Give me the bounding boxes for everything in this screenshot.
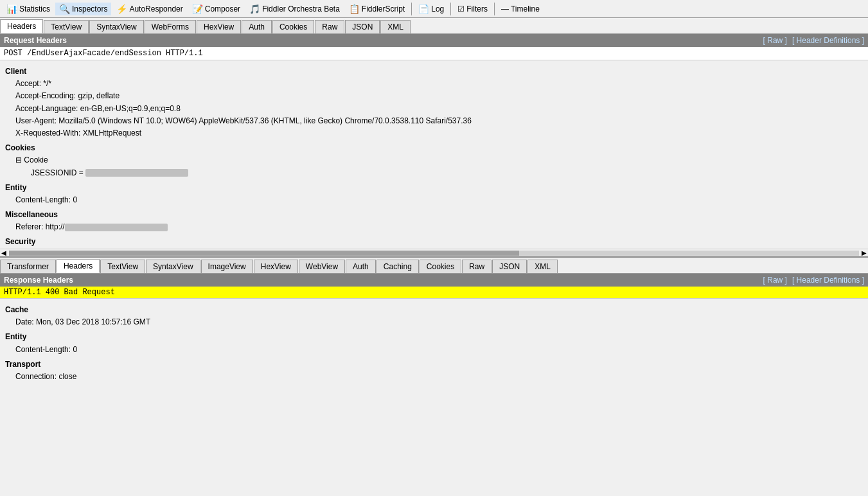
toolbar-fiddler-orchestra[interactable]: 🎵 Fiddler Orchestra Beta [245, 3, 344, 15]
inspectors-icon: 🔍 [59, 4, 70, 14]
tab-request-textview[interactable]: TextView [44, 20, 89, 33]
log-icon: 📄 [418, 4, 429, 14]
tab-request-xml[interactable]: XML [380, 20, 411, 33]
response-headers-content: Cache Date: Mon, 03 Dec 2018 10:57:16 GM… [0, 299, 868, 496]
scroll-right-arrow[interactable]: ▶ [860, 249, 868, 256]
tab-response-xml[interactable]: XML [527, 260, 558, 273]
toolbar-log[interactable]: 📄 Log [414, 3, 448, 15]
resp-header-connection: Connection: close [5, 371, 863, 383]
filters-checkbox-icon: ☑ [457, 4, 465, 13]
request-headers-content: Client Accept: */* Accept-Encoding: gzip… [0, 60, 868, 249]
request-url-bar: POST /EndUserAjaxFacade/endSession HTTP/… [0, 47, 868, 60]
request-header-definitions-link[interactable]: [ Header Definitions ] [792, 36, 864, 45]
group-miscellaneous: Miscellaneous [5, 209, 863, 221]
toolbar-composer[interactable]: 📝 Composer [188, 3, 244, 15]
request-panel: Headers TextView SyntaxView WebForms Hex… [0, 18, 868, 256]
resp-header-date: Date: Mon, 03 Dec 2018 10:57:16 GMT [5, 316, 863, 328]
request-header-links: [ Raw ] [ Header Definitions ] [763, 36, 864, 45]
tab-response-textview[interactable]: TextView [100, 260, 145, 273]
response-header-definitions-link[interactable]: [ Header Definitions ] [792, 276, 864, 285]
response-status-bar: HTTP/1.1 400 Bad Request [0, 287, 868, 299]
tab-response-caching[interactable]: Caching [376, 260, 419, 273]
group-client: Client [5, 66, 863, 78]
tab-response-cookies[interactable]: Cookies [420, 260, 461, 273]
tab-request-cookies[interactable]: Cookies [272, 20, 314, 33]
tab-request-auth[interactable]: Auth [242, 20, 272, 33]
tab-response-transformer[interactable]: Transformer [0, 260, 56, 273]
panels-container: Headers TextView SyntaxView WebForms Hex… [0, 18, 868, 496]
group-cookies: Cookies [5, 142, 863, 154]
request-tab-bar: Headers TextView SyntaxView WebForms Hex… [0, 18, 868, 34]
response-line: HTTP/1.1 400 Bad Request [4, 288, 115, 297]
tab-response-webview[interactable]: WebView [299, 260, 345, 273]
header-content-length: Content-Length: 0 [5, 194, 863, 206]
tab-response-auth[interactable]: Auth [346, 260, 376, 273]
resp-group-entity: Entity [5, 331, 863, 343]
toolbar-statistics[interactable]: 📊 Statistics [3, 3, 54, 15]
resp-group-cache: Cache [5, 304, 863, 316]
tab-response-headers[interactable]: Headers [57, 259, 100, 273]
tab-response-hexview[interactable]: HexView [254, 260, 298, 273]
resp-group-transport: Transport [5, 359, 863, 371]
toolbar-autoresponder[interactable]: ⚡ AutoResponder [112, 3, 186, 15]
toolbar-separator-2 [450, 3, 451, 15]
request-section-header: Request Headers [ Raw ] [ Header Definit… [0, 34, 868, 47]
header-referer: Referer: http:// [5, 221, 863, 233]
request-raw-link[interactable]: [ Raw ] [763, 36, 787, 45]
response-header-links: [ Raw ] [ Header Definitions ] [763, 276, 864, 285]
header-x-requested-with: X-Requested-With: XMLHttpRequest [5, 127, 863, 139]
statistics-icon: 📊 [6, 4, 17, 14]
header-accept: Accept: */* [5, 78, 863, 90]
header-user-agent: User-Agent: Mozilla/5.0 (Windows NT 10.0… [5, 115, 863, 127]
group-security: Security [5, 236, 863, 248]
toolbar-timeline[interactable]: — Timeline [497, 3, 544, 15]
tab-request-hexview[interactable]: HexView [197, 20, 241, 33]
tab-request-headers[interactable]: Headers [0, 19, 43, 33]
response-tab-bar: Transformer Headers TextView SyntaxView … [0, 258, 868, 274]
resp-header-content-length: Content-Length: 0 [5, 344, 863, 356]
toolbar: 📊 Statistics 🔍 Inspectors ⚡ AutoResponde… [0, 0, 868, 18]
toolbar-separator-3 [494, 3, 495, 15]
header-jsessionid: JSESSIONID = [5, 167, 863, 179]
response-section-header: Response Headers [ Raw ] [ Header Defini… [0, 274, 868, 287]
tab-request-syntaxview[interactable]: SyntaxView [89, 20, 143, 33]
tab-request-webforms[interactable]: WebForms [145, 20, 196, 33]
toolbar-separator-1 [411, 3, 412, 15]
main-container: 📊 Statistics 🔍 Inspectors ⚡ AutoResponde… [0, 0, 868, 496]
autoresponder-icon: ⚡ [116, 4, 127, 14]
scrollbar-thumb[interactable] [9, 251, 519, 256]
header-accept-language: Accept-Language: en-GB,en-US;q=0.9,en;q=… [5, 103, 863, 115]
tab-response-json[interactable]: JSON [492, 260, 527, 273]
scroll-left-arrow[interactable]: ◀ [0, 249, 8, 256]
header-cookie-group: ⊟ Cookie [5, 154, 863, 166]
request-section-title: Request Headers [4, 36, 67, 45]
response-section-title: Response Headers [4, 276, 73, 285]
toolbar-fiddlerscript[interactable]: 📋 FiddlerScript [345, 3, 409, 15]
tab-response-syntaxview[interactable]: SyntaxView [146, 260, 200, 273]
response-raw-link[interactable]: [ Raw ] [763, 276, 787, 285]
composer-icon: 📝 [192, 4, 203, 14]
header-accept-encoding: Accept-Encoding: gzip, deflate [5, 90, 863, 102]
request-line: POST /EndUserAjaxFacade/endSession HTTP/… [4, 49, 203, 58]
fiddlerscript-icon: 📋 [349, 4, 360, 14]
timeline-icon: — [501, 4, 509, 13]
group-entity: Entity [5, 182, 863, 194]
fiddler-orchestra-icon: 🎵 [249, 4, 260, 14]
tab-response-imageview[interactable]: ImageView [201, 260, 253, 273]
scrollbar-track[interactable] [9, 251, 859, 256]
request-scrollbar[interactable]: ◀ ▶ [0, 249, 868, 256]
referer-value [65, 224, 168, 231]
toolbar-filters[interactable]: ☑ Filters [454, 3, 492, 15]
tab-response-raw[interactable]: Raw [462, 260, 492, 273]
tab-request-json[interactable]: JSON [345, 20, 380, 33]
toolbar-inspectors[interactable]: 🔍 Inspectors [55, 3, 111, 15]
tab-request-raw[interactable]: Raw [315, 20, 344, 33]
response-panel: Transformer Headers TextView SyntaxView … [0, 256, 868, 496]
jsessionid-value [85, 169, 188, 177]
